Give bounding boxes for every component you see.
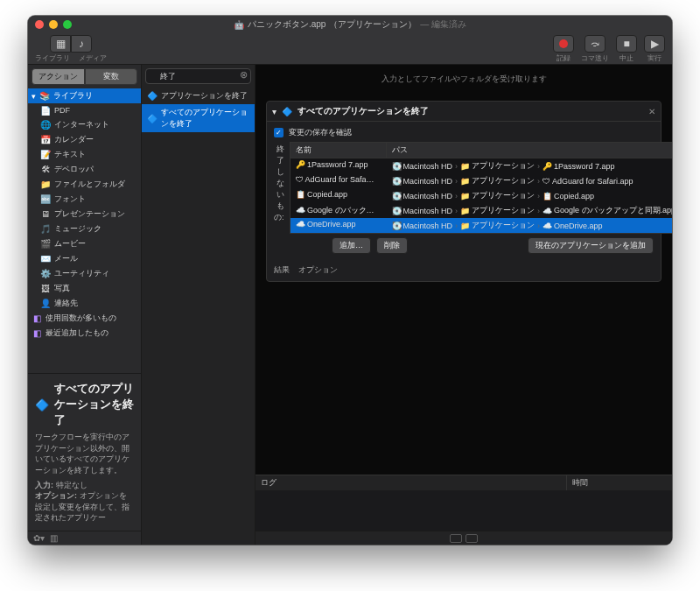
- smart-folder-item[interactable]: ◧使用回数が多いもの: [28, 311, 141, 326]
- category-icon: ⚙️: [40, 269, 51, 279]
- workflow-canvas[interactable]: 入力としてファイルやフォルダを受け取ります ▾ 🔷 すべてのアプリケーションを終…: [256, 65, 672, 545]
- action-title: すべてのアプリケーションを終了: [298, 105, 643, 117]
- options-link[interactable]: オプション: [298, 264, 338, 276]
- add-current-button[interactable]: 現在のアプリケーションを追加: [528, 237, 654, 254]
- table-row[interactable]: 📋 Copied.app💽Macintosh HD›📁アプリケーション›📋Cop…: [290, 188, 672, 203]
- library-item[interactable]: 🖼写真: [28, 281, 141, 296]
- workflow-input-hint: 入力としてファイルやフォルダを受け取ります: [256, 65, 672, 94]
- close-button[interactable]: [35, 20, 44, 29]
- desc-input-value: 特定なし: [56, 481, 88, 489]
- library-item[interactable]: 🔤フォント: [28, 192, 141, 207]
- table-row[interactable]: ☁️ OneDrive.app💽Macintosh HD›📁アプリケーション›☁…: [290, 218, 672, 233]
- log-body[interactable]: [256, 490, 672, 531]
- table-row[interactable]: ☁️ Google のバックア…💽Macintosh HD›📁アプリケーション›…: [290, 203, 672, 218]
- library-item[interactable]: 📝テキスト: [28, 147, 141, 162]
- library-item[interactable]: 📁ファイルとフォルダ: [28, 177, 141, 192]
- folder-icon: 📁: [460, 222, 470, 230]
- finder-icon: 🔷: [147, 113, 158, 123]
- smart-folder-item[interactable]: ◧最近追加したもの: [28, 326, 141, 341]
- col-path-header[interactable]: パス: [387, 143, 672, 158]
- library-sidebar: アクション 変数 ▾ 📚 ライブラリ 📄PDF🌐インターネット📅カレンダー📝テキ…: [28, 65, 142, 545]
- library-item[interactable]: 🛠デベロッパ: [28, 162, 141, 177]
- results-link[interactable]: 結果: [274, 264, 290, 276]
- library-item[interactable]: 🖥プレゼンテーション: [28, 207, 141, 222]
- col-name-header[interactable]: 名前: [290, 143, 387, 158]
- category-icon: 📁: [40, 179, 51, 190]
- app-name-cell: Copied.app: [307, 190, 347, 199]
- library-item-label: ユーティリティ: [54, 268, 109, 279]
- desc-input-label: 入力:: [35, 481, 53, 489]
- action-description: 🔷 すべてのアプリケーションを終了 ワークフローを実行中のアプリケーション以外の…: [28, 373, 141, 531]
- media-toggle-button[interactable]: ♪: [71, 35, 92, 53]
- path-cell: 💽Macintosh HD›📁アプリケーション›📋Copied.app: [387, 189, 672, 202]
- library-item[interactable]: 📅カレンダー: [28, 132, 141, 147]
- columns-icon[interactable]: ▥: [50, 533, 58, 543]
- category-icon: 🔤: [40, 194, 51, 205]
- add-button[interactable]: 追加…: [332, 237, 371, 254]
- tab-actions[interactable]: アクション: [32, 68, 85, 85]
- results-column: 🔷アプリケーションを終了🔷すべてのアプリケーションを終了: [142, 65, 256, 545]
- action-header[interactable]: ▾ 🔷 すべてのアプリケーションを終了 ✕: [267, 102, 661, 122]
- run-label: 実行: [648, 53, 662, 63]
- category-icon: 📝: [40, 150, 51, 160]
- library-header-row[interactable]: ▾ 📚 ライブラリ: [28, 88, 141, 103]
- library-item[interactable]: ✉️メール: [28, 251, 141, 266]
- app-icon: ☁️: [296, 206, 305, 215]
- app-name-cell: 1Password 7.app: [307, 160, 368, 169]
- view-mode-icon[interactable]: [450, 534, 462, 543]
- log-col-time[interactable]: 時間: [567, 475, 672, 490]
- library-list[interactable]: ▾ 📚 ライブラリ 📄PDF🌐インターネット📅カレンダー📝テキスト🛠デベロッパ📁…: [28, 88, 141, 373]
- minimize-button[interactable]: [49, 20, 58, 29]
- exclude-label: 終了しないもの:: [274, 142, 290, 234]
- disclosure-triangle-icon[interactable]: ▾: [272, 107, 276, 116]
- content-area: アクション 変数 ▾ 📚 ライブラリ 📄PDF🌐インターネット📅カレンダー📝テキ…: [28, 65, 672, 545]
- table-row[interactable]: 🛡 AdGuard for Safa…💽Macintosh HD›📁アプリケーシ…: [290, 173, 672, 188]
- search-input[interactable]: [145, 68, 251, 84]
- library-item[interactable]: 🌐インターネット: [28, 117, 141, 132]
- app-icon: 🔑: [542, 162, 552, 171]
- folder-icon: 📚: [39, 91, 50, 102]
- table-row[interactable]: 🔑 1Password 7.app💽Macintosh HD›📁アプリケーション…: [290, 158, 672, 173]
- confirm-save-checkbox[interactable]: ✓: [274, 128, 284, 137]
- canvas-statusbar: [256, 531, 672, 545]
- toolbar: ▦ ♪ ライブラリ メディア 記録 ⤼コマ送り ■中止 ▶実行: [28, 33, 672, 65]
- search-results-list[interactable]: 🔷アプリケーションを終了🔷すべてのアプリケーションを終了: [142, 88, 255, 545]
- library-item[interactable]: 🎵ミュージック: [28, 222, 141, 236]
- log-col-message[interactable]: ログ: [256, 475, 567, 490]
- search-result-row[interactable]: 🔷アプリケーションを終了: [142, 88, 255, 104]
- library-item[interactable]: 🎬ムービー: [28, 236, 141, 251]
- folder-icon: 📁: [460, 192, 470, 201]
- run-button[interactable]: ▶: [644, 35, 665, 53]
- library-item[interactable]: 👤連絡先: [28, 296, 141, 311]
- library-toggle-button[interactable]: ▦: [50, 35, 71, 53]
- step-button[interactable]: ⤼: [584, 35, 606, 53]
- library-item[interactable]: 📄PDF: [28, 103, 141, 117]
- folder-icon: 📁: [460, 177, 470, 186]
- search-wrap: [142, 65, 255, 88]
- delete-button[interactable]: 削除: [376, 237, 408, 254]
- view-mode-icon[interactable]: [466, 534, 478, 543]
- gear-icon[interactable]: ✿▾: [33, 533, 45, 543]
- category-icon: 🌐: [40, 120, 51, 130]
- media-label: メディア: [79, 53, 107, 63]
- tab-variables[interactable]: 変数: [85, 68, 138, 85]
- titlebar: 🤖 パニックボタン.app （アプリケーション） — 編集済み: [28, 16, 672, 33]
- library-item[interactable]: ⚙️ユーティリティ: [28, 266, 141, 281]
- stop-button[interactable]: ■: [616, 35, 637, 53]
- record-button[interactable]: [553, 35, 574, 53]
- library-item-label: 連絡先: [54, 298, 78, 309]
- app-icon: ☁️: [542, 222, 552, 230]
- library-item-label: PDF: [54, 106, 70, 115]
- hd-icon: 💽: [392, 207, 402, 215]
- window-title: 🤖 パニックボタン.app （アプリケーション） — 編集済み: [28, 18, 672, 31]
- category-icon: 📄: [40, 105, 51, 116]
- close-icon[interactable]: ✕: [648, 107, 655, 116]
- doc-name: パニックボタン.app: [248, 18, 326, 31]
- desc-title-text: すべてのアプリケーションを終了: [54, 381, 134, 428]
- library-item-label: プレゼンテーション: [54, 208, 125, 220]
- app-icon: 🔑: [296, 160, 305, 169]
- search-result-row[interactable]: 🔷すべてのアプリケーションを終了: [142, 104, 255, 132]
- smart-folder-icon: ◧: [32, 328, 42, 339]
- zoom-button[interactable]: [63, 20, 72, 29]
- exclude-table[interactable]: 名前 パス 🔑 1Password 7.app💽Macintosh HD›📁アプ…: [290, 142, 672, 234]
